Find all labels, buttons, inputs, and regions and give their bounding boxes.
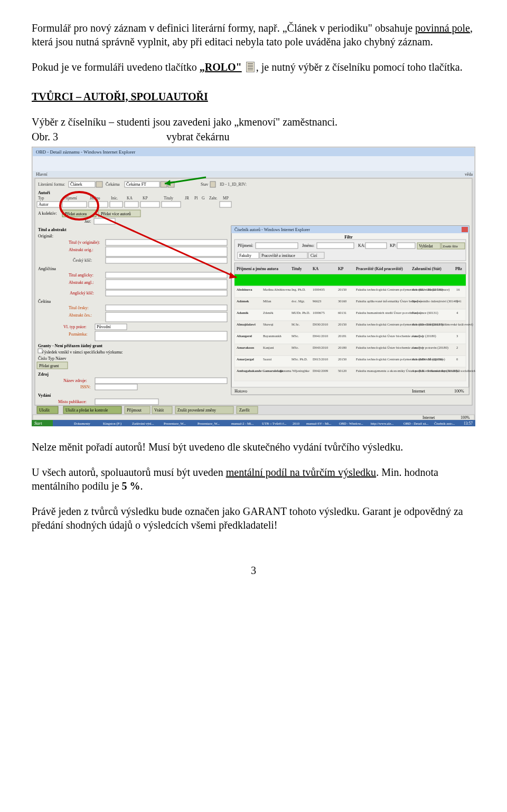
svg-text:Milan: Milan (263, 299, 271, 303)
p6-b-mental-share: mentální podíl na tvůrčím výsledku (226, 466, 376, 478)
svg-text:D015/2010: D015/2010 (313, 357, 328, 361)
svg-text:Shawqi: Shawqi (263, 322, 274, 326)
svg-text:A kolektiv:: A kolektiv: (38, 211, 57, 216)
svg-text:Ano (--): Ano (--) (412, 334, 423, 338)
svg-text:Ne (--): Ne (--) (412, 311, 421, 315)
svg-rect-33 (220, 202, 231, 207)
svg-text:Příjmení:: Příjmení: (238, 243, 253, 248)
svg-rect-87 (397, 243, 415, 249)
svg-rect-58 (106, 312, 227, 322)
svg-text:Prezentace_W...: Prezentace_W... (198, 422, 220, 425)
svg-text:Fakulta aplikované informatiky: Fakulta aplikované informatiky Ústav bez… (356, 299, 458, 303)
footer-buttons: Uložit Uložit a předat ke kontrole Přijm… (37, 406, 258, 414)
svg-text:60131: 60131 (338, 311, 346, 314)
p6-e: . (140, 480, 143, 492)
paragraph-3: Výběr z číselníku – studenti jsou zavede… (32, 115, 475, 129)
svg-text:100%: 100% (461, 415, 470, 420)
paragraph-7: Právě jeden z tvůrců výsledku bude označ… (32, 504, 475, 532)
svg-text:3: 3 (456, 334, 458, 338)
svg-text:Jméno:: Jméno: (302, 243, 314, 248)
svg-text:Číslo Typ Název: Číslo Typ Název (38, 356, 67, 361)
svg-text:Kanjani: Kanjani (263, 346, 274, 349)
svg-text:Zdroj: Zdroj (38, 372, 49, 377)
page-number: 3 (32, 563, 475, 577)
svg-text:Ano (JO - Jordánské hášimovské: Ano (JO - Jordánské hášimovské královstv… (412, 322, 473, 327)
svg-text:Titul česky:: Titul česky: (69, 305, 89, 310)
svg-text:Adámek: Adámek (237, 299, 249, 303)
svg-text:12: 12 (456, 369, 460, 372)
svg-text:2: 2 (456, 346, 458, 349)
svg-text:Ambagahakande Gamaralelage: Ambagahakande Gamaralelage (237, 369, 283, 372)
svg-text:D030/2010: D030/2010 (313, 322, 328, 326)
p2-rolo-label: „ROLO" (200, 61, 242, 73)
p1-a: Formulář pro nový záznam v definici lite… (32, 22, 415, 34)
svg-text:Autoři: Autoři (38, 190, 50, 195)
svg-text:Zahraniční (Stát): Zahraniční (Stát) (412, 266, 442, 271)
paragraph-6: U všech autorů, spoluautorů musí být uve… (32, 465, 475, 493)
svg-text:Ano (MN - Mongolsko): Ano (MN - Mongolsko) (412, 357, 445, 361)
svg-text:Původní: Původní (97, 324, 111, 329)
svg-rect-30 (125, 202, 138, 207)
author-surname-field[interactable] (62, 202, 87, 207)
svg-text:Fakulta technologická Ústav bi: Fakulta technologická Ústav biochemie a … (356, 346, 448, 350)
svg-text:Přidat autora: Přidat autora (65, 212, 87, 216)
popup-close-icon[interactable] (462, 227, 468, 232)
svg-text:ISSN:: ISSN: (80, 385, 91, 389)
svg-text:16: 16 (456, 288, 460, 291)
svg-text:Internet: Internet (412, 389, 426, 394)
svg-text:MSc. Ph.D.: MSc. Ph.D. (292, 357, 308, 361)
svg-rect-66 (38, 349, 42, 353)
svg-text:MSc.: MSc. (292, 346, 299, 349)
svg-text:PBz: PBz (455, 266, 463, 271)
svg-text:Amarjargal: Amarjargal (237, 357, 254, 361)
svg-text:Granty - Není přiřazen žádný g: Granty - Není přiřazen žádný grant (38, 343, 102, 348)
svg-text:M.Sc.: M.Sc. (292, 322, 300, 326)
svg-rect-4 (33, 171, 474, 177)
svg-text:Abstrakt orig.:: Abstrakt orig.: (69, 247, 93, 252)
svg-text:D043/2010: D043/2010 (313, 346, 328, 349)
svg-text:Internet: Internet (422, 415, 435, 420)
svg-text:Ano (--): Ano (--) (412, 346, 423, 350)
svg-text:Pl: Pl (194, 196, 198, 200)
svg-text:Vrátit: Vrátit (154, 408, 164, 413)
svg-text:2010: 2010 (293, 422, 299, 425)
svg-text:Saarai: Saarai (263, 357, 271, 361)
svg-text:20150: 20150 (338, 288, 346, 291)
svg-text:Čekárna: Čekárna (106, 181, 120, 187)
svg-text:Příjmení a jméno autora: Příjmení a jméno autora (237, 266, 278, 271)
svg-text:G: G (202, 196, 205, 200)
svg-text:20181: 20181 (338, 334, 346, 338)
popup-name-field[interactable] (317, 243, 354, 249)
paragraph-5: Nelze měnit pořadí autorů! Musí být uved… (32, 440, 475, 454)
rolo-button-forma[interactable] (96, 181, 102, 187)
rolo-button-cekarna[interactable] (161, 181, 167, 187)
svg-text:Zdeněk: Zdeněk (263, 311, 274, 314)
svg-text:Bayanmunkh: Bayanmunkh (263, 334, 281, 338)
p6-a: U všech autorů, spoluautorů musí být uve… (32, 466, 226, 478)
svg-text:Čeština: Čeština (38, 299, 51, 304)
svg-text:Abstrakt čes.:: Abstrakt čes.: (69, 313, 92, 318)
svg-rect-187 (33, 415, 474, 420)
authors-popup: Číselník autorů - Windows Internet Explo… (231, 226, 475, 395)
svg-text:Přidat více autorů: Přidat více autorů (101, 212, 131, 216)
popup-surname-field[interactable] (256, 243, 298, 249)
svg-text:ID - 1_ID_RIV:: ID - 1_ID_RIV: (220, 182, 247, 187)
svg-rect-51 (106, 280, 227, 289)
svg-rect-56 (106, 305, 227, 311)
svg-text:141: 141 (456, 299, 462, 303)
svg-rect-73 (95, 384, 137, 390)
svg-text:KP: KP (338, 266, 344, 271)
svg-rect-76 (95, 399, 158, 405)
svg-text:Zrušit provedené změny: Zrušit provedené změny (177, 408, 216, 413)
svg-rect-3 (33, 164, 474, 171)
svg-text:Madina Abshinovna: Madina Abshinovna (263, 288, 291, 291)
svg-text:KP:: KP: (390, 243, 396, 248)
svg-text:Filtr: Filtr (344, 235, 353, 240)
svg-text:Místo publikace:: Místo publikace: (58, 399, 87, 404)
svg-rect-2 (33, 156, 474, 164)
paragraph-2: Pokud je ve formuláři uvedeno tlačítko „… (32, 60, 475, 74)
svg-text:D041/2010: D041/2010 (313, 334, 328, 338)
svg-text:20150: 20150 (338, 322, 346, 326)
svg-text:Uložit a předat ke kontrole: Uložit a předat ke kontrole (65, 408, 108, 413)
svg-text:Přidat grant: Přidat grant (39, 364, 59, 368)
